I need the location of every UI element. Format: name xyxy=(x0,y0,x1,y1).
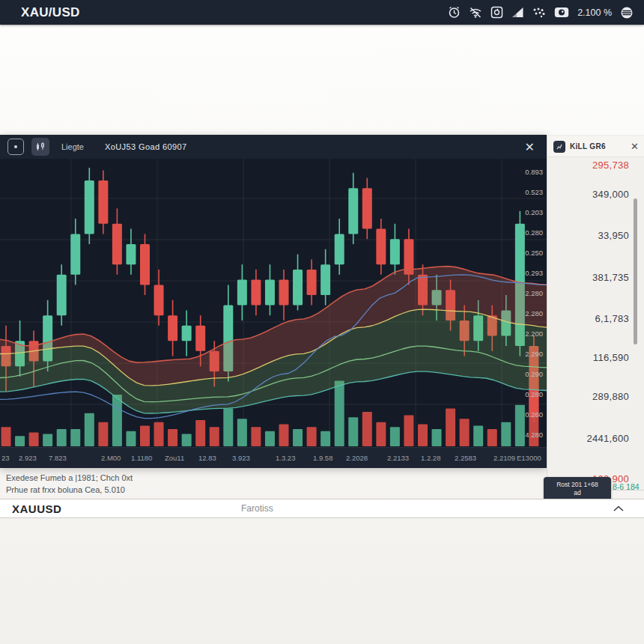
chart-close-button[interactable]: ✕ xyxy=(520,139,539,156)
menu-circle-icon xyxy=(620,6,634,19)
price-list-item[interactable]: 33,950 xyxy=(598,230,629,241)
x-axis-label: 1.3.23 xyxy=(276,454,295,462)
x-axis-label: 2.2583 xyxy=(455,454,476,462)
change-value: 8-6 184 xyxy=(613,482,640,491)
footnote-line-1: Exedese Fumeb a |1981; Chch 0xt xyxy=(6,472,455,484)
instrument-chip-icon xyxy=(553,141,565,153)
x-axis-label: 3.923 xyxy=(232,454,250,462)
chart-toolbar: Liegte XoUJ53 Goad 60907 ✕ xyxy=(0,135,547,159)
chart-window: Liegte XoUJ53 Goad 60907 ✕ 0.8930.5230.2… xyxy=(0,135,547,468)
last-price-badge: Rost 201 1+68 ad xyxy=(544,477,611,501)
x-axis-label: E13000 xyxy=(517,454,541,462)
price-list-item[interactable]: 349,000 xyxy=(592,189,629,200)
watchlist-header: KiLL GR6 ✕ xyxy=(547,136,644,157)
screen-capture-icon xyxy=(490,6,503,19)
price-list-item[interactable]: 289,880 xyxy=(592,391,629,402)
battery-percent-text: 2.100 % xyxy=(577,7,612,18)
camera-icon xyxy=(554,7,569,18)
candlestick-chart[interactable] xyxy=(0,159,547,447)
watchlist-close-button[interactable]: ✕ xyxy=(631,141,639,152)
candlestick-icon xyxy=(35,142,46,152)
watchlist-title: KiLL GR6 xyxy=(570,142,606,151)
price-list-item[interactable]: 295,738 xyxy=(592,160,629,171)
x-axis-label: 2.2109 xyxy=(493,454,515,462)
x-axis-label: 1.2.28 xyxy=(421,454,440,462)
x-axis-label: 2.923 xyxy=(19,454,37,462)
footnote-line-2: Prhue rat frxx boluna Cea, 5.010 xyxy=(6,484,455,496)
watchlist-panel: KiLL GR6 ✕ 295,738349,00033,950381,7356,… xyxy=(547,135,644,490)
instrument-status-label: Farotiss xyxy=(241,503,273,514)
instrument-symbol: XAUUSD xyxy=(12,502,61,515)
x-axis-label: 7.823 xyxy=(49,454,67,462)
price-list-item[interactable]: 381,735 xyxy=(592,272,629,283)
panel-scrollbar-thumb[interactable] xyxy=(634,198,637,344)
wifi-off-icon xyxy=(469,7,482,19)
x-axis-label: 23 xyxy=(1,454,10,462)
chart-mode-label[interactable]: Liegte xyxy=(61,142,84,151)
chart-footnote: Exedese Fumeb a |1981; Chch 0xt Prhue ra… xyxy=(6,472,455,496)
mobile-data-dots-icon xyxy=(532,7,546,18)
status-bar: XAU/USD 2.100 % xyxy=(0,0,644,25)
badge-line-2: ad xyxy=(574,489,580,497)
x-axis-label: 2.2133 xyxy=(387,454,409,462)
app-screen: XAU/USD 2.100 % xyxy=(0,0,644,644)
price-list-item[interactable]: 2441,600 xyxy=(586,433,629,444)
price-list-item[interactable]: 6,1,783 xyxy=(595,313,629,324)
status-icons: 2.100 % xyxy=(448,6,634,19)
page-title: XAU/USD xyxy=(21,5,80,20)
x-axis-label: 2.M00 xyxy=(101,454,121,462)
price-list-item[interactable]: 116,590 xyxy=(593,352,629,363)
x-axis-label: 12.83 xyxy=(198,454,216,462)
chart-symbol-label[interactable]: XoUJ53 Goad 60907 xyxy=(105,142,187,151)
badge-line-1: Rost 201 1+68 xyxy=(556,481,598,489)
instrument-bar[interactable]: XAUUSD Farotiss xyxy=(0,499,644,518)
alarm-clock-icon xyxy=(448,6,461,19)
chevron-up-icon[interactable] xyxy=(613,505,625,512)
x-axis-label: 1.9.58 xyxy=(313,454,332,462)
indicator-tool-button[interactable] xyxy=(31,138,49,156)
x-axis-label: 1.1180 xyxy=(131,454,152,462)
x-axis-label: 2.2028 xyxy=(346,454,368,462)
time-axis: 232.9237.8232.M001.1180Zou1112.833.9231.… xyxy=(0,447,547,468)
crosshair-tool-button[interactable] xyxy=(7,139,24,155)
x-axis-label: Zou11 xyxy=(165,454,184,462)
signal-bars-icon xyxy=(511,7,524,18)
